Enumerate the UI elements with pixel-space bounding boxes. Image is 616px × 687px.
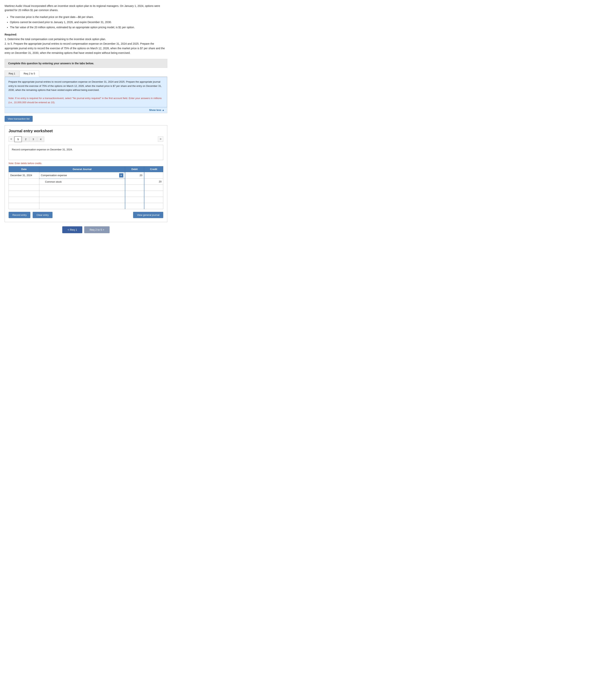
table-row: Common stock20 (9, 179, 163, 185)
view-general-journal-button[interactable]: View general journal (133, 212, 163, 218)
required-item-1: 1. Determine the total compensation cost… (5, 37, 167, 42)
credit-cell-0 (144, 172, 163, 179)
worksheet-title: Journal entry worksheet (8, 129, 163, 133)
worksheet-container: Journal entry worksheet < 1 2 3 4 > Reco… (5, 125, 167, 222)
gj-account-text-0: Compensation expense (41, 174, 119, 177)
prev-req-button[interactable]: < Req 1 (62, 226, 82, 233)
view-transaction-list-button[interactable]: View transaction list (5, 116, 32, 122)
date-cell-0: December 31, 2024 (9, 172, 39, 179)
journal-table: Date General Journal Debit Credit Decemb… (8, 166, 163, 209)
date-cell-5 (9, 203, 39, 209)
worksheet-tab-3[interactable]: 3 (29, 136, 37, 142)
worksheet-tab-2[interactable]: 2 (22, 136, 29, 142)
bottom-navigation: < Req 1 Req 2 to 5 > (5, 226, 167, 233)
record-description-box: Record compensation expense on December … (8, 145, 163, 160)
blue-box-paragraph: Prepare the appropriate journal entries … (8, 80, 163, 92)
worksheet-tab-1[interactable]: 1 (14, 136, 22, 142)
bullet-item-2: Options cannot be exercised prior to Jan… (10, 20, 167, 25)
gj-cell-0[interactable]: Compensation expense▼ (39, 172, 125, 179)
debit-cell-0: 20 (125, 172, 144, 179)
table-header-credit: Credit (144, 166, 163, 172)
record-entry-button[interactable]: Record entry (8, 212, 30, 218)
worksheet-tab-4[interactable]: 4 (37, 136, 44, 142)
intro-paragraph: Martinez Audio Visual Incorporated offer… (5, 4, 167, 13)
required-item-2: 2. to 5. Prepare the appropriate journal… (5, 42, 167, 55)
bullet-item-3: The fair value of the 20 million options… (10, 25, 167, 30)
table-row (9, 191, 163, 197)
dropdown-arrow-0[interactable]: ▼ (119, 173, 123, 178)
required-label: Required: (5, 33, 17, 36)
table-row (9, 185, 163, 191)
nav-prev-button[interactable]: < (8, 136, 14, 142)
show-less-button[interactable]: Show less ▲ (5, 107, 167, 113)
bullet-item-1: The exercise price is the market price o… (10, 15, 167, 20)
table-header-date: Date (9, 166, 39, 172)
instruction-box: Complete this question by entering your … (5, 59, 167, 68)
table-header-debit: Debit (125, 166, 144, 172)
gj-account-text-1: Common stock (41, 180, 123, 183)
bullet-list: The exercise price is the market price o… (10, 15, 167, 30)
debit-cell-5 (125, 203, 144, 209)
required-section: Required: 1. Determine the total compens… (5, 32, 167, 55)
debit-cell-2 (125, 185, 144, 191)
credit-cell-5 (144, 203, 163, 209)
bottom-buttons: Record entry Clear entry View general jo… (8, 212, 163, 218)
content-area: Prepare the appropriate journal entries … (5, 77, 167, 113)
debit-cell-3 (125, 191, 144, 197)
tab-req1[interactable]: Req 1 (5, 70, 19, 76)
gj-cell-3 (39, 191, 125, 197)
table-row (9, 203, 163, 209)
debits-before-credits-note: Note: Enter debits before credits. (8, 162, 163, 165)
gj-cell-4 (39, 197, 125, 203)
next-req-button[interactable]: Req 2 to 5 > (84, 226, 110, 233)
debit-cell-1 (125, 179, 144, 185)
date-cell-2 (9, 185, 39, 191)
blue-info-box: Prepare the appropriate journal entries … (5, 77, 167, 107)
date-cell-1 (9, 179, 39, 185)
gj-cell-1[interactable]: Common stock (39, 179, 125, 185)
clear-entry-button[interactable]: Clear entry (32, 212, 52, 218)
credit-cell-3 (144, 191, 163, 197)
table-row (9, 197, 163, 203)
credit-cell-2 (144, 185, 163, 191)
tab-req2to5[interactable]: Req 2 to 5 (20, 70, 39, 77)
instruction-text: Complete this question by entering your … (8, 62, 163, 65)
credit-cell-4 (144, 197, 163, 203)
nav-next-button[interactable]: > (158, 136, 163, 142)
debit-cell-4 (125, 197, 144, 203)
tabs-container: Req 1 Req 2 to 5 (5, 70, 167, 77)
credit-cell-1: 20 (144, 179, 163, 185)
record-description-text: Record compensation expense on December … (12, 148, 160, 152)
blue-box-note: Note: If no entry is required for a tran… (8, 96, 163, 105)
gj-cell-5 (39, 203, 125, 209)
date-cell-4 (9, 197, 39, 203)
table-header-gj: General Journal (39, 166, 125, 172)
date-cell-3 (9, 191, 39, 197)
gj-cell-2 (39, 185, 125, 191)
nav-tabs-row: < 1 2 3 4 > (8, 136, 163, 142)
table-row: December 31, 2024Compensation expense▼20 (9, 172, 163, 179)
